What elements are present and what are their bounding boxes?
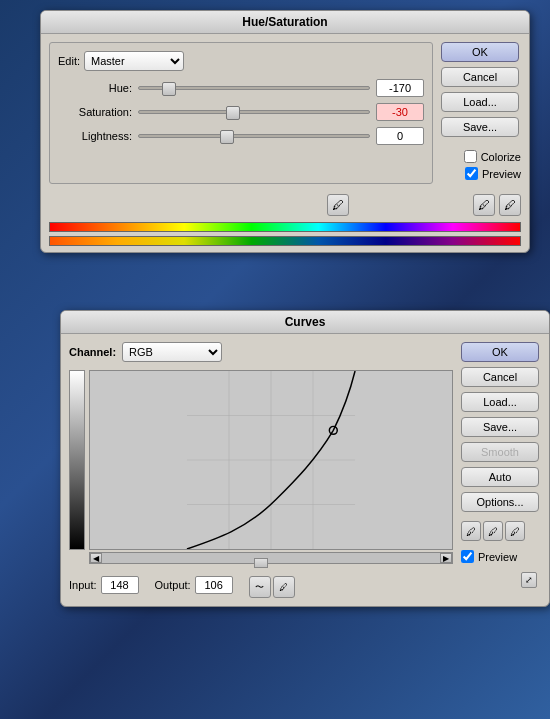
eyedropper-btn-3[interactable]: 🖊 [499,194,521,216]
curves-eyedropper-1[interactable]: 🖊 [461,521,481,541]
hue-saturation-controls: Edit: Master Hue: Saturation: [49,42,433,184]
edit-select[interactable]: Master [84,51,184,71]
channel-row: Channel: RGB [69,342,453,362]
saturation-track[interactable] [138,110,370,114]
input-row: Input: [69,572,139,598]
hue-label: Hue: [58,82,138,94]
input-label: Input: [69,579,97,591]
hue-row: Hue: [58,79,424,97]
curves-smooth-button[interactable]: Smooth [461,442,539,462]
curves-eyedropper-3[interactable]: 🖊 [505,521,525,541]
spectrum-top-bar [49,222,521,232]
colorize-label: Colorize [481,151,521,163]
eyedropper-row: 🖊 🖊 🖊 [41,192,529,218]
hs-save-button[interactable]: Save... [441,117,519,137]
curves-cancel-button[interactable]: Cancel [461,367,539,387]
channel-label: Channel: [69,346,116,358]
curve-area [69,370,453,550]
saturation-slider-container [138,110,370,114]
scroll-right-arrow[interactable]: ▶ [440,553,452,563]
saturation-row: Saturation: [58,103,424,121]
curves-preview-row: Preview [461,550,541,563]
lightness-input[interactable] [376,127,424,145]
lightness-track[interactable] [138,134,370,138]
scroll-left-arrow[interactable]: ◀ [90,553,102,563]
channel-select[interactable]: RGB [122,342,222,362]
eyedropper-icon-2: 🖊 [478,198,490,212]
lightness-slider-container [138,134,370,138]
curves-save-button[interactable]: Save... [461,417,539,437]
icon-btn-row: 〜 🖊 [249,576,295,598]
curve-icon-btn-1[interactable]: 〜 [249,576,271,598]
edit-label: Edit: [58,55,80,67]
curves-options-button[interactable]: Options... [461,492,539,512]
output-value[interactable] [195,576,233,594]
curves-auto-button[interactable]: Auto [461,467,539,487]
input-value[interactable] [101,576,139,594]
eyedropper-icon-1: 🖊 [332,198,344,212]
hs-load-button[interactable]: Load... [441,92,519,112]
gradient-bar [69,370,85,550]
lightness-row: Lightness: [58,127,424,145]
hue-track[interactable] [138,86,370,90]
saturation-input[interactable] [376,103,424,121]
eyedropper-btn-1[interactable]: 🖊 [327,194,349,216]
spectrum-bottom-bar [49,236,521,246]
curve-icon-btn-2[interactable]: 🖊 [273,576,295,598]
curves-eyedropper-row: 🖊 🖊 🖊 [461,521,541,541]
hs-ok-button[interactable]: OK [441,42,519,62]
curve-icon-2: 🖊 [279,582,288,592]
saturation-thumb[interactable] [226,106,240,120]
curve-icon-1: 〜 [255,581,264,594]
colorize-checkbox[interactable] [464,150,477,163]
curve-scrollbar[interactable]: ◀ ▶ [89,552,453,564]
expand-icon: ⤢ [525,575,533,585]
curves-preview-checkbox[interactable] [461,550,474,563]
colorize-row: Colorize [441,150,521,163]
scroll-thumb[interactable] [254,558,268,568]
curves-left-panel: Channel: RGB [69,342,453,598]
curves-ok-button[interactable]: OK [461,342,539,362]
lightness-thumb[interactable] [220,130,234,144]
curves-eye-icon-3: 🖊 [510,526,520,537]
hue-slider-container [138,86,370,90]
curve-canvas[interactable] [89,370,453,550]
curves-eyedropper-2[interactable]: 🖊 [483,521,503,541]
curves-eye-icon-2: 🖊 [488,526,498,537]
saturation-label: Saturation: [58,106,138,118]
hue-thumb[interactable] [162,82,176,96]
preview-label: Preview [482,168,521,180]
hue-saturation-dialog: Hue/Saturation Edit: Master Hue: [40,10,530,253]
curves-load-button[interactable]: Load... [461,392,539,412]
curve-svg [90,371,452,549]
eyedropper-btn-2[interactable]: 🖊 [473,194,495,216]
output-row: Output: [155,572,233,598]
lightness-label: Lightness: [58,130,138,142]
expand-button[interactable]: ⤢ [521,572,537,588]
hs-cancel-button[interactable]: Cancel [441,67,519,87]
edit-row: Edit: Master [58,51,424,71]
curves-dialog: Curves Channel: RGB [60,310,550,607]
curves-preview-label: Preview [478,551,517,563]
hue-input[interactable] [376,79,424,97]
curves-title: Curves [61,311,549,334]
hue-sat-buttons: OK Cancel Load... Save... Colorize Previ… [441,42,521,184]
eyedropper-icon-3: 🖊 [504,198,516,212]
input-output-section: Input: Output: 〜 🖊 [69,568,453,598]
curves-right-panel: OK Cancel Load... Save... Smooth Auto Op… [461,342,541,598]
preview-checkbox[interactable] [465,167,478,180]
spectrum-container [41,218,529,252]
curves-eye-icon-1: 🖊 [466,526,476,537]
output-label: Output: [155,579,191,591]
hue-saturation-title: Hue/Saturation [41,11,529,34]
preview-row: Preview [441,167,521,180]
